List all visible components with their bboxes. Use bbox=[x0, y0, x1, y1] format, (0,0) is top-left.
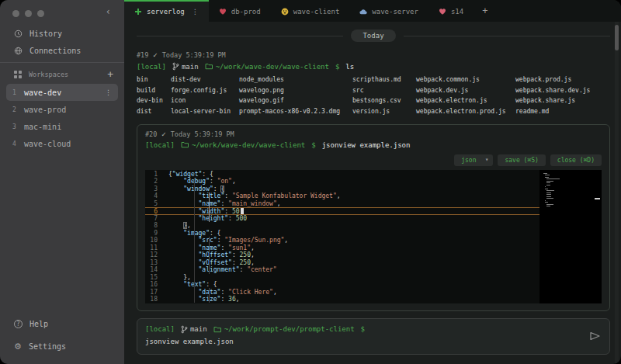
file-name: webpack.share.js bbox=[515, 97, 610, 104]
code-line[interactable]: 6 "width": 50 bbox=[145, 207, 539, 215]
workspace-index: 1 bbox=[12, 89, 17, 96]
sidebar-item-settings[interactable]: ⚙ Settings bbox=[0, 338, 124, 355]
code-token: : { bbox=[202, 171, 213, 178]
minimap-line bbox=[546, 185, 551, 185]
git-branch-icon bbox=[181, 325, 188, 334]
line-number: 2 bbox=[145, 178, 168, 185]
file-name: dev-bin bbox=[137, 97, 171, 104]
ls-output: bindist-devnode_modulesscripthaus.mdwebp… bbox=[137, 76, 610, 115]
code-token bbox=[168, 274, 183, 281]
minimap-line bbox=[543, 173, 547, 174]
code-token: : bbox=[220, 244, 228, 251]
minimap-line bbox=[545, 177, 549, 178]
command-input[interactable]: [local] main ~/work/prompt-dev/prompt-cl… bbox=[137, 318, 610, 355]
tab-wave-server[interactable]: wave-server bbox=[349, 0, 428, 22]
workspace-item-wave-prod[interactable]: 2 wave-prod bbox=[6, 101, 118, 118]
code-line[interactable]: 2 "debug": "on", bbox=[145, 178, 539, 185]
workspace-item-wave-dev[interactable]: 1 wave-dev ⋮ bbox=[6, 84, 118, 101]
code-line[interactable]: 15 }, bbox=[145, 274, 539, 282]
window-button-zoom[interactable] bbox=[37, 10, 44, 17]
file-name: webpack.prod.js bbox=[515, 76, 610, 83]
save-button[interactable]: save (⌘S) bbox=[498, 154, 545, 166]
minimap-line bbox=[546, 182, 550, 183]
code-line[interactable]: 5 "name": "main_window", bbox=[145, 200, 539, 208]
code-line[interactable]: 11 "name": "sun1", bbox=[145, 244, 539, 252]
code-token: : { bbox=[206, 281, 217, 288]
command-text: ls bbox=[345, 63, 354, 71]
minimap-line bbox=[546, 206, 550, 206]
code-line[interactable]: 12 "hOffset": 250, bbox=[145, 251, 539, 259]
add-workspace-button[interactable]: + bbox=[107, 71, 113, 78]
workspace-label: wave-cloud bbox=[24, 140, 71, 148]
line-number: 15 bbox=[145, 274, 168, 282]
code-token: "center" bbox=[247, 266, 277, 273]
json-editor[interactable]: 1{"widget": {2 "debug": "on",3 "window":… bbox=[145, 170, 602, 303]
mode-select[interactable]: json ▾ bbox=[454, 154, 493, 166]
file-name: webpack.electron.prod.js bbox=[416, 108, 515, 115]
code-line[interactable]: 1{"widget": { bbox=[145, 171, 539, 179]
code-token: : bbox=[217, 237, 225, 244]
success-icon: ✓ bbox=[161, 130, 166, 138]
code-line[interactable]: 7 "height": 500 bbox=[145, 215, 539, 223]
sidebar-collapse-button[interactable]: ‹ bbox=[106, 6, 111, 17]
viewer-toolbar: json ▾ save (⌘S) close (⌘D) bbox=[145, 154, 602, 166]
code-line[interactable]: 3 "window": { bbox=[145, 185, 539, 193]
code-token: , bbox=[337, 192, 341, 199]
line-number: 14 bbox=[145, 266, 168, 274]
session-content: Today #19 ✓ Today 5:39:19 PM [local] bbox=[124, 22, 621, 364]
minimap-line bbox=[546, 194, 552, 195]
window-button-minimize[interactable] bbox=[25, 10, 32, 17]
scrollbar-thumb[interactable] bbox=[615, 25, 619, 50]
tab-label: serverlog bbox=[147, 8, 185, 16]
new-tab-button[interactable]: + bbox=[474, 0, 496, 22]
code-token: , bbox=[273, 289, 277, 296]
tab-s14[interactable]: s14 bbox=[428, 0, 474, 22]
tab-serverlog[interactable]: serverlog ⋮ bbox=[124, 0, 209, 22]
code-line[interactable]: 8 }, bbox=[145, 222, 539, 230]
code-token: , bbox=[232, 178, 236, 185]
workspace-item-wave-cloud[interactable]: 4 wave-cloud bbox=[6, 135, 118, 152]
code-token: "src" bbox=[199, 237, 217, 244]
tab-menu-icon[interactable]: ⋮ bbox=[192, 8, 199, 16]
text-cursor bbox=[241, 208, 244, 214]
minimap-slider[interactable] bbox=[595, 198, 600, 199]
command-input-value[interactable]: jsonview example.json bbox=[145, 338, 583, 345]
code-token: : bbox=[240, 266, 248, 273]
workspace-menu-icon[interactable]: ⋮ bbox=[105, 88, 112, 96]
sidebar-item-history[interactable]: History bbox=[0, 25, 124, 42]
file-name: scripthaus.md bbox=[352, 76, 416, 83]
code-token: 250 bbox=[240, 259, 251, 266]
scrollbar[interactable] bbox=[615, 22, 619, 364]
minimap-line bbox=[545, 175, 550, 175]
sidebar-divider bbox=[0, 62, 124, 63]
code-line[interactable]: 10 "src": "Images/Sun.png", bbox=[145, 237, 539, 244]
code-token: "Images/Sun.png" bbox=[224, 237, 284, 244]
block-header: #19 ✓ Today 5:39:19 PM bbox=[137, 51, 610, 59]
git-branch: main bbox=[172, 62, 199, 71]
file-name: webpack.electron.js bbox=[416, 97, 515, 104]
close-button[interactable]: close (⌘D) bbox=[550, 154, 602, 166]
sidebar-item-connections[interactable]: Connections bbox=[0, 42, 124, 59]
code-line[interactable]: 18 "size": 36, bbox=[145, 296, 539, 303]
code-line[interactable]: 14 "alignment": "center" bbox=[145, 266, 539, 274]
prompt-host: [local] bbox=[137, 63, 166, 71]
code-token: : bbox=[228, 215, 236, 222]
file-name: node_modules bbox=[239, 76, 352, 83]
mode-select-value: json bbox=[461, 157, 476, 164]
sidebar-item-help[interactable]: ? Help bbox=[0, 315, 124, 332]
code-token: 250 bbox=[240, 251, 251, 258]
send-button[interactable] bbox=[589, 331, 601, 341]
code-token: : bbox=[224, 208, 232, 215]
tab-db-prod[interactable]: db-prod bbox=[209, 0, 271, 22]
code-line[interactable]: 17 "data": "Click Here", bbox=[145, 289, 539, 296]
minimap[interactable] bbox=[539, 170, 602, 303]
tab-wave-client[interactable]: wave-client bbox=[271, 0, 350, 22]
code-line[interactable]: 4 "title": "Sample Konfabulator Widget", bbox=[145, 192, 539, 200]
code-token bbox=[168, 281, 183, 288]
workspace-item-mac-mini[interactable]: 3 mac-mini bbox=[6, 118, 118, 135]
code-line[interactable]: 16 "text": { bbox=[145, 281, 539, 289]
window-button-close[interactable] bbox=[12, 10, 19, 17]
code-line[interactable]: 9 "image": { bbox=[145, 230, 539, 237]
code-token: "height" bbox=[199, 215, 229, 222]
code-line[interactable]: 13 "vOffset": 250, bbox=[145, 259, 539, 267]
